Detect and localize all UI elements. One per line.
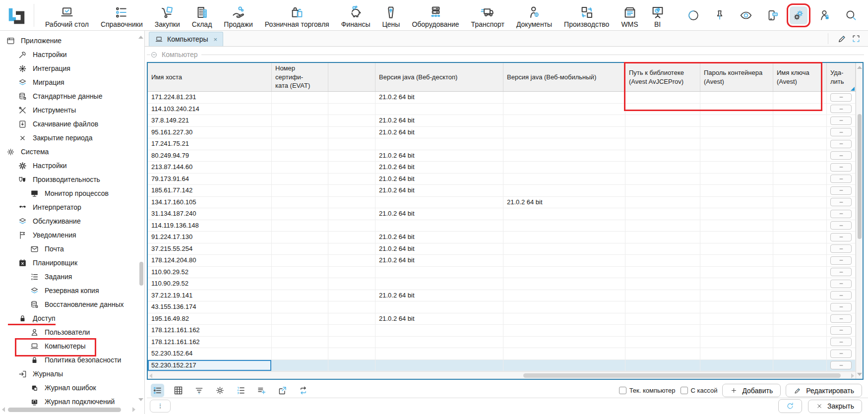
cell-java-mobile[interactable] <box>503 337 625 349</box>
cell-avest-key-name[interactable] <box>773 127 827 139</box>
refresh-button[interactable] <box>778 399 802 413</box>
cell-avest-key-name[interactable] <box>773 150 827 162</box>
sidebar-item-mail[interactable]: Почта <box>0 242 144 256</box>
cell-java-desktop[interactable]: 21.0.2 64 bit <box>375 232 503 243</box>
cell-host[interactable]: 95.161.227.30 <box>148 127 272 139</box>
cell-java-desktop[interactable]: 21.0.2 64 bit <box>375 127 503 139</box>
cell-avest-key-name[interactable] <box>773 278 827 290</box>
table-row[interactable]: 31.134.187.24021.0.2 64 bit <box>148 208 856 220</box>
cell-avest-container-password[interactable] <box>700 360 773 372</box>
sidebar-item-backup[interactable]: Резервная копия <box>0 284 144 297</box>
table-row[interactable]: 91.224.17.13021.0.2 64 bit <box>148 232 856 243</box>
table-row[interactable]: 171.224.81.23121.0.2 64 bit <box>148 92 856 104</box>
cell-host[interactable]: 134.17.160.105 <box>148 197 272 209</box>
sidebar-item-app-settings[interactable]: Настройки <box>0 48 144 61</box>
cell-extra[interactable] <box>328 104 375 116</box>
cell-avest-library-path[interactable] <box>625 301 700 313</box>
cell-java-desktop[interactable] <box>375 301 503 313</box>
edit-button[interactable]: Редактировать <box>786 384 862 397</box>
delete-row-button[interactable] <box>830 175 852 183</box>
delete-row-button[interactable] <box>830 280 852 288</box>
cell-evat-certificate[interactable] <box>272 243 328 255</box>
module-desktop[interactable]: Рабочий стол <box>39 5 95 28</box>
sidebar-item-logs[interactable]: Журналы <box>0 367 144 381</box>
cell-host[interactable]: 17.241.75.21 <box>148 138 272 150</box>
cell-java-desktop[interactable]: 21.0.2 64 bit <box>375 185 503 197</box>
cell-extra[interactable] <box>328 174 375 185</box>
cell-java-mobile[interactable] <box>503 185 625 197</box>
table-row[interactable]: 37.8.149.22121.0.2 64 bit <box>148 115 856 127</box>
cell-evat-certificate[interactable] <box>272 278 328 290</box>
cell-extra[interactable] <box>328 150 375 162</box>
cell-java-mobile[interactable] <box>503 115 625 127</box>
cell-java-mobile[interactable] <box>503 138 625 150</box>
module-purchases[interactable]: Закупки <box>149 5 186 28</box>
cell-avest-key-name[interactable] <box>773 313 827 325</box>
cell-avest-library-path[interactable] <box>625 92 700 104</box>
cell-extra[interactable] <box>328 138 375 150</box>
cell-avest-library-path[interactable] <box>625 208 700 220</box>
watch-button[interactable] <box>737 6 755 24</box>
cell-java-desktop[interactable]: 21.0.2 64 bit <box>375 150 503 162</box>
feedback-button[interactable] <box>763 6 781 24</box>
cell-java-mobile[interactable] <box>503 348 625 360</box>
cell-extra[interactable] <box>328 185 375 197</box>
module-transport[interactable]: Транспорт <box>465 5 510 28</box>
sidebar-item-system-settings[interactable]: Настройки <box>0 159 144 173</box>
cell-evat-certificate[interactable] <box>272 92 328 104</box>
column-header[interactable]: Имя хоста <box>148 63 272 91</box>
cell-java-desktop[interactable]: 21.0.2 64 bit <box>375 243 503 255</box>
cell-evat-certificate[interactable] <box>272 208 328 220</box>
vscroll-thumb[interactable] <box>858 114 862 239</box>
column-header[interactable]: Номер сертифи- ката (EVAT) <box>272 63 328 91</box>
delete-row-button[interactable] <box>830 151 852 160</box>
cell-avest-key-name[interactable] <box>773 301 827 313</box>
column-header[interactable] <box>328 63 375 91</box>
cell-evat-certificate[interactable] <box>272 255 328 267</box>
hscroll-left-icon[interactable] <box>149 373 152 378</box>
cell-avest-container-password[interactable] <box>700 104 773 116</box>
cell-avest-container-password[interactable] <box>700 150 773 162</box>
sidebar-scroll-left-icon[interactable] <box>2 407 5 412</box>
cell-avest-key-name[interactable] <box>773 360 827 372</box>
column-header[interactable]: Пароль контейнера (Avest) <box>700 63 773 91</box>
cell-java-desktop[interactable] <box>375 278 503 290</box>
cell-java-desktop[interactable]: 21.0.2 64 bit <box>375 313 503 325</box>
cell-evat-certificate[interactable] <box>272 301 328 313</box>
hscroll-thumb[interactable] <box>523 373 841 378</box>
table-row[interactable]: 37.212.19.14121.0.2 64 bit <box>148 290 856 302</box>
collapse-icon[interactable] <box>150 51 158 59</box>
cell-avest-key-name[interactable] <box>773 208 827 220</box>
sidebar-item-scheduler[interactable]: Планировщик <box>0 256 144 270</box>
cell-avest-container-password[interactable] <box>700 337 773 349</box>
cell-avest-key-name[interactable] <box>773 174 827 185</box>
table-row[interactable]: 185.61.77.14221.0.2 64 bit <box>148 185 856 197</box>
fullscreen-button[interactable] <box>849 32 863 46</box>
cell-avest-library-path[interactable] <box>625 290 700 302</box>
table-row[interactable]: 52.230.152.217 <box>148 360 856 372</box>
cell-avest-container-password[interactable] <box>700 138 773 150</box>
cell-java-desktop[interactable]: 21.0.2 64 bit <box>375 290 503 302</box>
cell-evat-certificate[interactable] <box>272 337 328 349</box>
cell-evat-certificate[interactable] <box>272 197 328 209</box>
cell-extra[interactable] <box>328 127 375 139</box>
sidebar-item-process-monitor[interactable]: Монитор процессов <box>0 186 144 200</box>
repeat-button[interactable] <box>297 384 310 397</box>
cell-evat-certificate[interactable] <box>272 174 328 185</box>
cell-host[interactable]: 52.230.152.217 <box>148 360 272 372</box>
column-header[interactable]: Уда- лить <box>827 63 856 91</box>
cell-avest-key-name[interactable] <box>773 104 827 116</box>
table-vertical-scrollbar[interactable] <box>856 63 863 379</box>
sidebar-item-app[interactable]: Приложение <box>0 34 144 48</box>
cell-evat-certificate[interactable] <box>272 290 328 302</box>
time-button[interactable] <box>684 6 702 24</box>
filter-button[interactable] <box>192 384 206 397</box>
cell-avest-library-path[interactable] <box>625 104 700 116</box>
cell-avest-container-password[interactable] <box>700 232 773 243</box>
table-row[interactable]: 178.121.161.162 <box>148 337 856 349</box>
cell-avest-key-name[interactable] <box>773 232 827 243</box>
cell-extra[interactable] <box>328 208 375 220</box>
cell-avest-key-name[interactable] <box>773 267 827 279</box>
cell-extra[interactable] <box>328 337 375 349</box>
cell-avest-container-password[interactable] <box>700 348 773 360</box>
